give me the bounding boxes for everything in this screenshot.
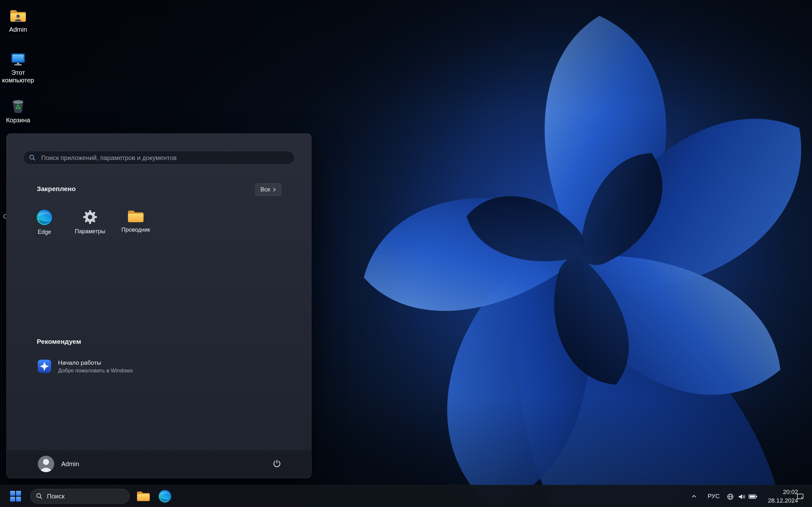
desktop-icon-label: Корзина bbox=[0, 116, 39, 124]
pinned-app-explorer[interactable]: Проводник bbox=[113, 205, 159, 240]
start-button[interactable] bbox=[7, 487, 24, 505]
desktop: Admin Этот компьютер Корзина C bbox=[0, 0, 812, 507]
power-icon bbox=[272, 459, 281, 468]
folder-icon bbox=[136, 490, 151, 502]
start-menu: Закреплено Все Edge bbox=[6, 133, 311, 478]
language-label: РУС bbox=[708, 493, 720, 500]
pinned-app-edge[interactable]: Edge bbox=[21, 205, 67, 240]
gear-icon bbox=[67, 205, 113, 225]
pinned-app-label: Edge bbox=[21, 229, 67, 235]
chevron-right-icon bbox=[272, 187, 276, 192]
tray-overflow-button[interactable] bbox=[689, 491, 699, 501]
clock-date: 28.12.2024 bbox=[768, 496, 798, 505]
globe-icon bbox=[726, 493, 734, 501]
start-menu-footer: Admin bbox=[7, 450, 311, 478]
taskbar-edge-button[interactable] bbox=[156, 487, 174, 505]
search-icon bbox=[36, 493, 43, 500]
battery-button[interactable] bbox=[748, 493, 758, 500]
pinned-section-title: Закреплено bbox=[37, 185, 76, 193]
language-indicator[interactable]: РУС bbox=[705, 490, 722, 503]
notification-icon bbox=[796, 493, 804, 501]
speaker-icon bbox=[738, 493, 746, 501]
recommended-item-title: Начало работы bbox=[58, 359, 101, 366]
recommended-item-subtitle: Добро пожаловать в Windows bbox=[58, 368, 133, 374]
folder-icon bbox=[113, 205, 159, 224]
start-search bbox=[23, 151, 295, 165]
search-icon bbox=[29, 154, 36, 161]
battery-icon bbox=[748, 493, 758, 500]
taskbar: Поиск РУС bbox=[0, 485, 812, 507]
desktop-icon-admin[interactable]: Admin bbox=[0, 8, 39, 33]
edge-logo-icon bbox=[158, 489, 172, 503]
desktop-icon-label: Этот компьютер bbox=[0, 69, 39, 84]
notification-button[interactable] bbox=[796, 492, 805, 501]
recommended-item-getting-started[interactable]: Начало работы Добро пожаловать в Windows bbox=[32, 355, 209, 377]
network-button[interactable] bbox=[726, 492, 734, 501]
recycle-bin-icon bbox=[0, 98, 39, 114]
chevron-up-icon bbox=[690, 493, 698, 500]
pinned-app-label: Параметры bbox=[67, 228, 113, 235]
edge-logo-icon bbox=[21, 205, 67, 226]
desktop-icon-recycle-bin[interactable]: Корзина bbox=[0, 98, 39, 124]
monitor-icon bbox=[0, 51, 39, 66]
desktop-icon-label: Admin bbox=[0, 26, 39, 33]
taskbar-search-label: Поиск bbox=[47, 493, 64, 500]
pinned-all-button[interactable]: Все bbox=[255, 183, 281, 196]
start-search-input[interactable] bbox=[23, 151, 295, 165]
clock-time: 20:02 bbox=[768, 488, 798, 496]
getting-started-icon bbox=[37, 359, 52, 374]
power-button[interactable] bbox=[268, 455, 286, 472]
volume-button[interactable] bbox=[737, 492, 746, 501]
user-folder-icon bbox=[0, 8, 39, 23]
taskbar-search[interactable]: Поиск bbox=[31, 489, 130, 504]
clock[interactable]: 20:02 28.12.2024 bbox=[768, 488, 798, 505]
recommended-section-title: Рекомендуем bbox=[37, 338, 81, 345]
user-avatar-icon bbox=[38, 456, 54, 472]
pinned-app-settings[interactable]: Параметры bbox=[67, 205, 113, 240]
desktop-icon-this-pc[interactable]: Этот компьютер bbox=[0, 51, 39, 84]
user-account-button[interactable]: Admin bbox=[32, 453, 85, 475]
user-name: Admin bbox=[61, 460, 79, 468]
pinned-app-label: Проводник bbox=[113, 227, 159, 233]
pinned-all-label: Все bbox=[260, 186, 270, 193]
taskbar-explorer-button[interactable] bbox=[135, 487, 152, 505]
windows-start-icon bbox=[10, 491, 21, 502]
